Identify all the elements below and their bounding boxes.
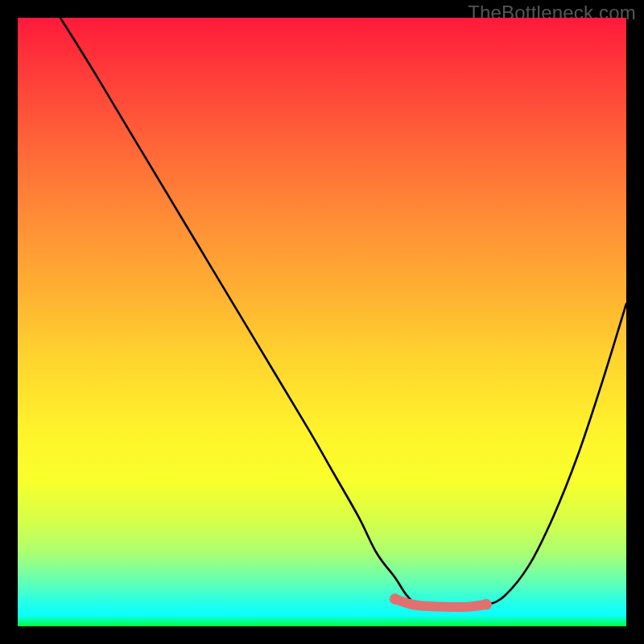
plot-area bbox=[18, 18, 626, 626]
flat-region-highlight bbox=[395, 599, 486, 607]
flat-region-end-dot bbox=[481, 599, 492, 610]
chart-frame: TheBottleneck.com bbox=[0, 0, 644, 644]
curve-svg bbox=[18, 18, 626, 626]
bottleneck-curve bbox=[60, 18, 626, 609]
flat-region-start-dot bbox=[390, 593, 401, 605]
